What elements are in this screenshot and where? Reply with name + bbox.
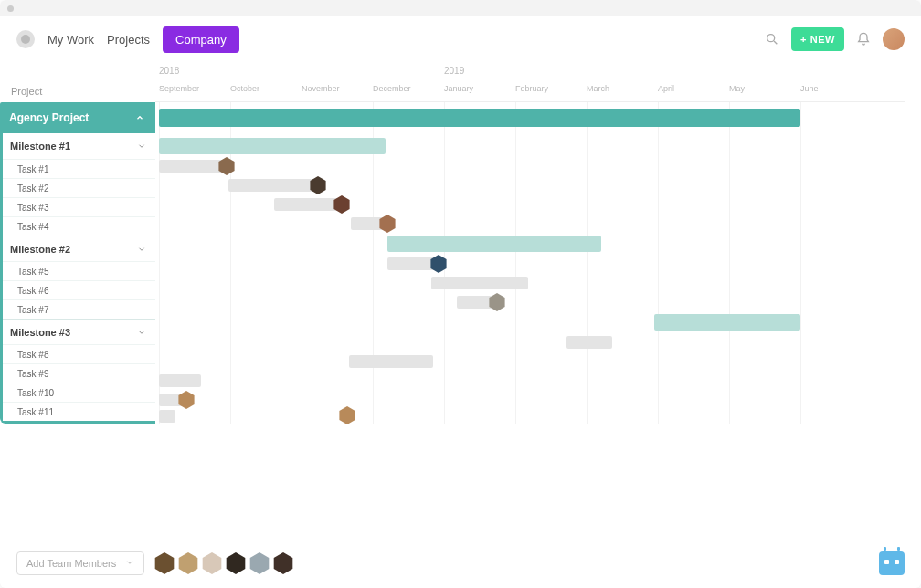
milestone-row[interactable]: Milestone #3 [3,319,155,344]
task-row[interactable]: Task #6 [3,280,155,299]
gridline [800,102,801,424]
team-avatars [154,552,294,574]
team-avatar[interactable] [177,552,199,574]
gantt-bar-task[interactable] [274,198,342,211]
task-row[interactable]: Task #5 [3,261,155,280]
chevron-up-icon [133,111,146,124]
chevron-down-icon [135,326,148,339]
milestone-label: Milestone #1 [10,141,70,152]
logo-icon [20,34,31,45]
task-row[interactable]: Task #2 [3,178,155,197]
gantt-chart[interactable]: 20182019 SeptemberOctoberNovemberDecembe… [155,62,905,424]
assistant-icon[interactable] [879,551,905,575]
new-button[interactable]: + NEW [791,27,844,51]
main-nav: My WorkProjectsCompany [48,26,239,53]
add-team-members-select[interactable]: Add Team Members [16,551,144,575]
bell-icon[interactable] [853,29,873,49]
plus-icon: + [800,34,807,45]
task-row[interactable]: Task #9 [3,363,155,383]
task-row[interactable]: Task #1 [3,159,155,178]
gantt-bar-task[interactable] [159,410,175,423]
gantt-bar-project[interactable] [159,109,800,127]
add-members-label: Add Team Members [26,558,116,569]
project-header[interactable]: Agency Project [0,102,155,133]
task-row[interactable]: Task #8 [3,344,155,363]
sidebar: Project Agency Project Milestone #1Task … [0,62,155,424]
svg-point-0 [21,35,30,44]
chevron-down-icon [135,140,148,152]
gridline [729,102,730,424]
app-header: My WorkProjectsCompany + NEW [0,16,921,62]
team-avatar[interactable] [225,552,247,574]
timeline-month: December [373,84,411,93]
team-avatar[interactable] [201,552,223,574]
task-row[interactable]: Task #10 [3,383,155,402]
nav-item-company[interactable]: Company [163,26,239,53]
timeline-month: March [587,84,609,93]
timeline-month: April [658,84,674,93]
milestone-row[interactable]: Milestone #2 [3,236,155,261]
timeline-month: September [159,84,199,93]
timeline-years: 20182019 [155,62,905,79]
team-avatar[interactable] [272,552,294,574]
team-avatar[interactable] [249,552,270,574]
timeline-month: October [230,84,259,93]
window-titlebar [0,0,921,16]
nav-item-projects[interactable]: Projects [107,33,150,47]
user-avatar[interactable] [883,28,905,50]
gantt-bar-task[interactable] [159,374,201,387]
gantt-bar-milestone[interactable] [159,138,386,154]
gantt-bar-task[interactable] [431,277,528,289]
project-title: Agency Project [9,111,89,124]
gantt-bar-milestone[interactable] [387,236,601,252]
chevron-down-icon [135,243,148,256]
svg-line-2 [774,41,777,44]
search-icon[interactable] [762,29,782,49]
timeline-month: January [444,84,473,93]
window-dot [7,5,14,12]
timeline-months: SeptemberOctoberNovemberDecemberJanuaryF… [155,79,905,102]
timeline-year: 2019 [444,66,464,76]
timeline-month: November [302,84,340,93]
team-avatar[interactable] [154,552,175,574]
chevron-down-icon [125,558,134,569]
gantt-bar-task[interactable] [228,179,318,192]
timeline-month: May [729,84,745,93]
gantt-bar-milestone[interactable] [654,314,800,331]
footer: Add Team Members [16,551,905,575]
milestone-label: Milestone #3 [10,327,70,338]
gridline [658,102,659,424]
task-row[interactable]: Task #4 [3,216,155,236]
app-logo[interactable] [16,30,35,48]
svg-point-1 [768,35,775,42]
gantt-bar-task[interactable] [566,336,612,349]
gridline [515,102,516,424]
sidebar-header-label: Project [0,62,155,102]
nav-item-my-work[interactable]: My Work [48,33,94,47]
timeline-month: June [800,84,819,93]
new-button-label: NEW [810,34,835,45]
gridline [587,102,588,424]
task-row[interactable]: Task #3 [3,197,155,216]
timeline-month: February [515,84,548,93]
milestone-row[interactable]: Milestone #1 [3,133,155,159]
gantt-bar-task[interactable] [159,160,227,173]
task-row[interactable]: Task #7 [3,299,155,319]
milestone-label: Milestone #2 [10,244,70,255]
timeline-year: 2018 [159,66,179,76]
gantt-bar-task[interactable] [349,355,433,368]
task-row[interactable]: Task #11 [3,402,155,421]
